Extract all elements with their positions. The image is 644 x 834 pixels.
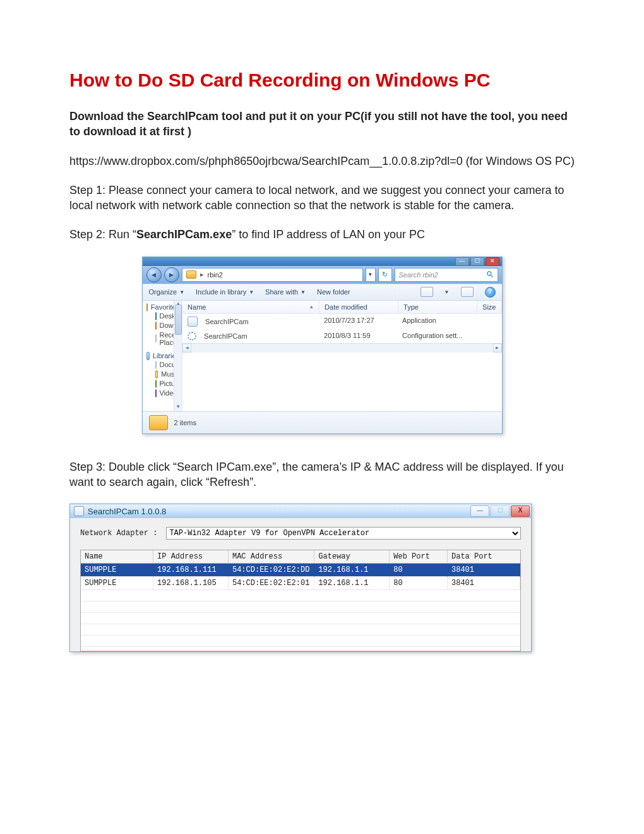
close-button[interactable]: ✕ [486,257,499,266]
documents-icon [155,361,157,369]
scrollbar-thumb[interactable] [175,305,182,335]
explorer-status-bar: 2 items [143,411,502,433]
device-grid: Name IP Address MAC Address Gateway Web … [80,550,521,651]
download-link-text: https://www.dropbox.com/s/phph8650ojrbcw… [69,154,575,169]
device-row[interactable]: SUMPPLE 192.168.1.111 54:CD:EE:02:E2:DD … [81,564,520,577]
scroll-down-icon: ▼ [174,404,182,411]
minimize-button[interactable]: — [455,257,469,266]
explorer-window: — ☐ ✕ ◄ ► ▸ rbin2 ▾ ↻ Search rbin2 Organ… [142,257,503,434]
grid-empty-rows [81,590,520,651]
column-header-type[interactable]: Type [398,301,477,313]
column-header-webport[interactable]: Web Port [390,550,448,564]
breadcrumb-segment: rbin2 [208,271,223,279]
sort-asc-icon: ▲ [309,304,314,310]
column-header-name[interactable]: Name [81,550,153,564]
explorer-toolbar: Organize ▼ Include in library ▼ Share wi… [143,284,502,301]
column-header-date[interactable]: Date modified [319,301,398,313]
column-header-size[interactable]: Size [477,301,501,313]
adapter-label: Network Adapter : [80,529,157,538]
app-icon [74,506,84,516]
include-in-library-menu[interactable]: Include in library ▼ [196,288,254,296]
chevron-down-icon: ▼ [444,289,450,295]
file-list-header: Name▲ Date modified Type Size [182,301,501,314]
breadcrumb[interactable]: ▸ rbin2 [182,268,363,282]
close-button[interactable]: X [511,505,530,517]
search-icon [486,270,494,279]
column-header-mac[interactable]: MAC Address [229,550,314,564]
column-header-ip[interactable]: IP Address [153,550,229,564]
pictures-icon [155,380,157,388]
minimize-button[interactable]: — [470,505,489,517]
device-row[interactable]: SUMPPLE 192.168.1.105 54:CD:EE:02:E2:01 … [81,577,520,590]
preview-pane-button[interactable] [461,287,474,297]
refresh-button[interactable]: ↻ [378,268,392,282]
search-placeholder: Search rbin2 [399,271,438,279]
intro-paragraph: Download the SearchIPcam tool and put it… [69,109,575,140]
explorer-sidebar: Favorites Desktop Downloads Recent Place… [143,301,183,411]
breadcrumb-dropdown[interactable]: ▾ [366,268,376,282]
svg-line-1 [491,275,492,277]
file-row[interactable]: SearchIPCam 2010/8/3 11:59 Configuration… [182,329,501,343]
folder-icon [149,415,168,430]
searchipcam-window: SearchIPCam 1.0.0.8 — ☐ X Network Adapte… [69,504,532,652]
sidebar-scrollbar[interactable]: ▲ ▼ [174,301,182,411]
libraries-icon [146,352,150,360]
adapter-select[interactable]: TAP-Win32 Adapter V9 for OpenVPN Acceler… [166,527,521,540]
explorer-titlebar: — ☐ ✕ [143,257,502,266]
explorer-file-pane: Name▲ Date modified Type Size SearchIPCa… [182,301,501,411]
downloads-icon [155,322,157,330]
desktop-icon [155,312,157,320]
help-icon[interactable]: ? [485,287,496,298]
column-header-gateway[interactable]: Gateway [314,550,390,564]
page-title: How to Do SD Card Recording on Windows P… [69,70,575,91]
step3-text: Step 3: Double click “Search IPCam.exe”,… [69,459,575,490]
chevron-down-icon: ▼ [179,289,184,295]
organize-menu[interactable]: Organize ▼ [149,288,185,296]
column-header-name[interactable]: Name▲ [182,301,319,313]
share-with-menu[interactable]: Share with ▼ [265,288,306,296]
window-title: SearchIPCam 1.0.0.8 [88,507,166,516]
step2-text: Step 2: Run “SearchIPCam.exe” to find IP… [69,227,575,242]
maximize-button[interactable]: ☐ [470,257,484,266]
maximize-button[interactable]: ☐ [491,505,510,517]
svg-point-0 [487,272,491,275]
chevron-down-icon: ▼ [301,289,306,295]
explorer-address-bar: ◄ ► ▸ rbin2 ▾ ↻ Search rbin2 [143,266,502,284]
nav-forward-button[interactable]: ► [164,267,179,282]
status-text: 2 items [174,419,196,426]
breadcrumb-sep-icon: ▸ [200,270,204,279]
chevron-down-icon: ▼ [249,289,254,295]
grid-header: Name IP Address MAC Address Gateway Web … [81,550,520,564]
file-row[interactable]: SearchIPCam 2010/7/23 17:27 Application [182,314,501,329]
new-folder-button[interactable]: New folder [317,288,350,296]
star-icon [146,303,148,311]
search-input[interactable]: Search rbin2 [395,268,498,282]
videos-icon [155,389,157,397]
application-icon [188,317,198,327]
ipcam-titlebar: SearchIPCam 1.0.0.8 — ☐ X [70,504,531,518]
settings-icon [188,332,196,341]
scroll-right-icon: ► [493,344,502,353]
step1-text: Step 1: Please connect your camera to lo… [69,183,575,214]
column-header-dataport[interactable]: Data Port [448,550,520,564]
view-options-button[interactable] [420,287,433,297]
document-page: How to Do SD Card Recording on Windows P… [0,0,644,834]
folder-icon [186,270,196,279]
nav-back-button[interactable]: ◄ [146,267,162,282]
horizontal-scrollbar[interactable]: ◄ ► [182,343,501,353]
music-icon [155,370,158,378]
scroll-left-icon: ◄ [182,344,191,353]
recent-icon [155,334,157,342]
